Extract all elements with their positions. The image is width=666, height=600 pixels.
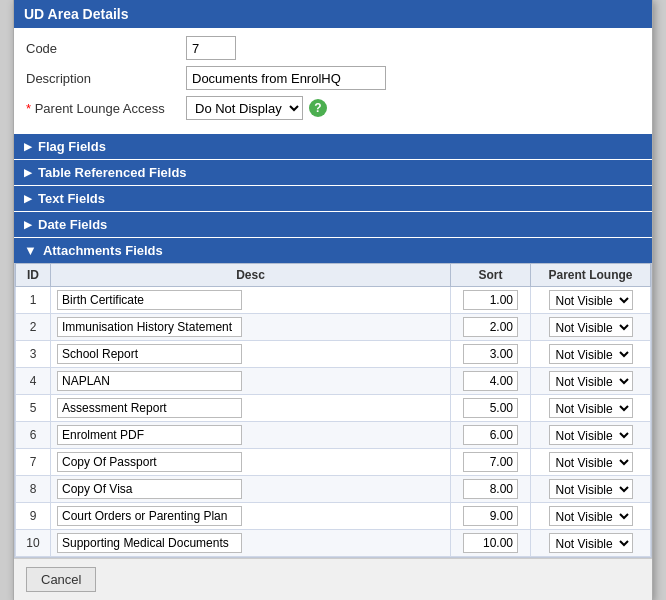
text-fields-header[interactable]: ▶ Text Fields <box>14 186 652 211</box>
cell-id: 3 <box>16 341 51 368</box>
desc-input[interactable] <box>57 425 242 445</box>
desc-input[interactable] <box>57 398 242 418</box>
cell-desc <box>51 314 451 341</box>
table-row: 5Not VisibleVisible <box>16 395 651 422</box>
cell-parent-lounge: Not VisibleVisible <box>531 530 651 557</box>
parent-lounge-cell-select[interactable]: Not VisibleVisible <box>549 479 633 499</box>
code-label: Code <box>26 41 186 56</box>
flag-fields-arrow: ▶ <box>24 141 32 152</box>
cell-desc <box>51 503 451 530</box>
col-header-desc: Desc <box>51 264 451 287</box>
sort-input[interactable] <box>463 479 518 499</box>
table-ref-arrow: ▶ <box>24 167 32 178</box>
collapsible-sections: ▶ Flag Fields ▶ Table Referenced Fields … <box>14 134 652 237</box>
attachments-fields-header[interactable]: ▼ Attachments Fields <box>14 238 652 263</box>
desc-input[interactable] <box>57 452 242 472</box>
cell-desc <box>51 449 451 476</box>
parent-lounge-cell-select[interactable]: Not VisibleVisible <box>549 371 633 391</box>
cell-parent-lounge: Not VisibleVisible <box>531 341 651 368</box>
desc-input[interactable] <box>57 506 242 526</box>
cell-parent-lounge: Not VisibleVisible <box>531 368 651 395</box>
table-row: 7Not VisibleVisible <box>16 449 651 476</box>
cell-id: 10 <box>16 530 51 557</box>
cell-id: 7 <box>16 449 51 476</box>
sort-input[interactable] <box>463 371 518 391</box>
footer-section: Cancel <box>14 558 652 600</box>
attachments-table: ID Desc Sort Parent Lounge 1Not VisibleV… <box>15 263 651 557</box>
parent-lounge-cell-select[interactable]: Not VisibleVisible <box>549 344 633 364</box>
desc-input[interactable] <box>57 533 242 553</box>
desc-input[interactable] <box>57 290 242 310</box>
col-header-parent-lounge: Parent Lounge <box>531 264 651 287</box>
sort-input[interactable] <box>463 506 518 526</box>
desc-input[interactable] <box>57 479 242 499</box>
cell-desc <box>51 422 451 449</box>
cell-parent-lounge: Not VisibleVisible <box>531 287 651 314</box>
sort-input[interactable] <box>463 344 518 364</box>
sort-input[interactable] <box>463 452 518 472</box>
date-fields-header[interactable]: ▶ Date Fields <box>14 212 652 237</box>
text-fields-label: Text Fields <box>38 191 105 206</box>
cell-id: 4 <box>16 368 51 395</box>
text-fields-arrow: ▶ <box>24 193 32 204</box>
description-row: Description <box>26 66 640 90</box>
cell-parent-lounge: Not VisibleVisible <box>531 314 651 341</box>
ud-area-details-dialog: UD Area Details Code Description Parent … <box>13 0 653 600</box>
cell-sort <box>451 368 531 395</box>
attachments-table-container: ID Desc Sort Parent Lounge 1Not VisibleV… <box>14 263 652 558</box>
parent-lounge-controls: Do Not Display Display ? <box>186 96 327 120</box>
cell-id: 6 <box>16 422 51 449</box>
parent-lounge-cell-select[interactable]: Not VisibleVisible <box>549 317 633 337</box>
desc-input[interactable] <box>57 371 242 391</box>
cell-parent-lounge: Not VisibleVisible <box>531 395 651 422</box>
table-row: 4Not VisibleVisible <box>16 368 651 395</box>
cell-sort <box>451 476 531 503</box>
parent-lounge-cell-select[interactable]: Not VisibleVisible <box>549 290 633 310</box>
parent-lounge-cell-select[interactable]: Not VisibleVisible <box>549 506 633 526</box>
attachments-label: Attachments Fields <box>43 243 163 258</box>
flag-fields-header[interactable]: ▶ Flag Fields <box>14 134 652 159</box>
cell-desc <box>51 287 451 314</box>
cell-parent-lounge: Not VisibleVisible <box>531 503 651 530</box>
parent-lounge-cell-select[interactable]: Not VisibleVisible <box>549 452 633 472</box>
cell-sort <box>451 503 531 530</box>
parent-lounge-cell-select[interactable]: Not VisibleVisible <box>549 425 633 445</box>
cell-sort <box>451 422 531 449</box>
cell-desc <box>51 368 451 395</box>
sort-input[interactable] <box>463 533 518 553</box>
table-referenced-fields-header[interactable]: ▶ Table Referenced Fields <box>14 160 652 185</box>
date-fields-arrow: ▶ <box>24 219 32 230</box>
sort-input[interactable] <box>463 290 518 310</box>
cell-id: 9 <box>16 503 51 530</box>
desc-input[interactable] <box>57 317 242 337</box>
attachments-arrow: ▼ <box>24 243 37 258</box>
parent-lounge-select[interactable]: Do Not Display Display <box>186 96 303 120</box>
table-row: 1Not VisibleVisible <box>16 287 651 314</box>
dialog-title: UD Area Details <box>14 0 652 28</box>
description-input[interactable] <box>186 66 386 90</box>
code-input[interactable] <box>186 36 236 60</box>
cell-desc <box>51 530 451 557</box>
cell-id: 1 <box>16 287 51 314</box>
cell-id: 5 <box>16 395 51 422</box>
sort-input[interactable] <box>463 398 518 418</box>
cell-desc <box>51 395 451 422</box>
form-section: Code Description Parent Lounge Access Do… <box>14 28 652 134</box>
table-row: 6Not VisibleVisible <box>16 422 651 449</box>
sort-input[interactable] <box>463 425 518 445</box>
sort-input[interactable] <box>463 317 518 337</box>
col-header-sort: Sort <box>451 264 531 287</box>
desc-input[interactable] <box>57 344 242 364</box>
table-row: 9Not VisibleVisible <box>16 503 651 530</box>
cell-id: 8 <box>16 476 51 503</box>
parent-lounge-cell-select[interactable]: Not VisibleVisible <box>549 533 633 553</box>
cell-sort <box>451 395 531 422</box>
table-row: 10Not VisibleVisible <box>16 530 651 557</box>
flag-fields-label: Flag Fields <box>38 139 106 154</box>
table-row: 8Not VisibleVisible <box>16 476 651 503</box>
code-row: Code <box>26 36 640 60</box>
parent-lounge-cell-select[interactable]: Not VisibleVisible <box>549 398 633 418</box>
cancel-button[interactable]: Cancel <box>26 567 96 592</box>
help-icon[interactable]: ? <box>309 99 327 117</box>
table-row: 3Not VisibleVisible <box>16 341 651 368</box>
